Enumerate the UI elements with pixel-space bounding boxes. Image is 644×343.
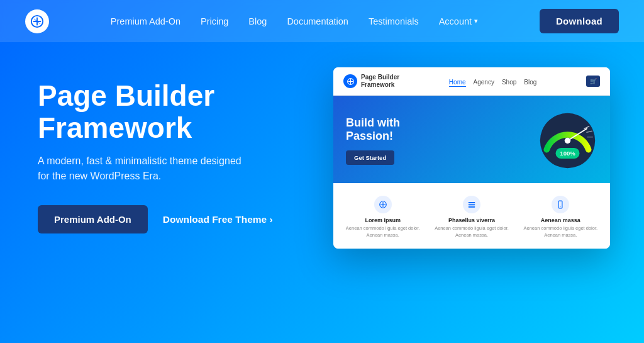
- hero-actions: Premium Add-On Download Free Theme ›: [38, 205, 308, 233]
- logo-icon: [25, 9, 49, 33]
- mockup-nav-shop: Shop: [502, 79, 516, 86]
- premium-addon-button[interactable]: Premium Add-On: [38, 205, 148, 233]
- mockup-get-started-button: Get Started: [346, 150, 394, 165]
- svg-rect-18: [469, 202, 475, 203]
- mockup-nav: Page Builder Framework Home Agency Shop …: [333, 67, 610, 96]
- download-button[interactable]: Download: [540, 9, 619, 33]
- svg-rect-19: [469, 204, 475, 205]
- hero-content: Page Builder Framework A modern, fast & …: [38, 74, 308, 233]
- svg-text:100%: 100%: [560, 150, 575, 157]
- mockup-hero: Build with Passion! Get Started: [333, 96, 610, 183]
- mockup-feature-3: Aenean massa Aenean commodo ligula eget …: [518, 192, 604, 242]
- nav-links: Premium Add-On Pricing Blog Documentatio…: [111, 16, 478, 27]
- mockup-cart-icon: 🛒: [586, 76, 600, 87]
- nav-account[interactable]: Account ▾: [439, 16, 478, 26]
- nav-pricing[interactable]: Pricing: [201, 16, 228, 26]
- svg-point-12: [565, 138, 571, 144]
- main-nav: Premium Add-On Pricing Blog Documentatio…: [0, 0, 644, 42]
- download-free-theme-link[interactable]: Download Free Theme ›: [163, 214, 273, 225]
- chevron-down-icon: ▾: [474, 17, 478, 25]
- hero-section: Page Builder Framework A modern, fast & …: [0, 42, 644, 340]
- svg-rect-21: [558, 201, 562, 208]
- mockup-features: Lorem Ipsum Aenean commodo ligula eget d…: [333, 183, 610, 249]
- nav-blog[interactable]: Blog: [248, 16, 267, 26]
- mockup-feature-2: Phasellus viverra Aenean commodo ligula …: [428, 192, 514, 242]
- mockup-nav-blog: Blog: [524, 79, 536, 86]
- nav-documentation[interactable]: Documentation: [287, 16, 348, 26]
- feature-icon-2: [463, 196, 480, 213]
- svg-point-22: [560, 206, 561, 207]
- mockup-logo: Page Builder Framework: [343, 74, 399, 89]
- mockup-nav-agency: Agency: [474, 79, 494, 86]
- logo[interactable]: [25, 9, 49, 33]
- feature-icon-1: [374, 196, 392, 213]
- mockup-nav-links: Home Agency Shop Blog: [449, 76, 536, 87]
- mockup-container: Page Builder Framework Home Agency Shop …: [333, 67, 610, 249]
- feature-icon-3: [552, 196, 569, 213]
- hero-title: Page Builder Framework: [38, 80, 308, 143]
- hero-subtitle: A modern, fast & minimalistic theme desi…: [38, 154, 252, 184]
- mockup-hero-text: Build with Passion! Get Started: [346, 116, 525, 164]
- nav-premium-addon[interactable]: Premium Add-On: [111, 16, 180, 26]
- mockup-logo-icon: [343, 74, 357, 88]
- svg-rect-20: [469, 206, 475, 208]
- mockup-logo-text: Page Builder Framework: [361, 74, 399, 89]
- mockup-nav-home: Home: [449, 79, 466, 87]
- mockup-feature-1: Lorem Ipsum Aenean commodo ligula eget d…: [340, 192, 426, 242]
- mockup-hero-title: Build with Passion!: [346, 116, 525, 142]
- speedometer: 100%: [538, 111, 597, 171]
- nav-testimonials[interactable]: Testimonials: [369, 16, 419, 26]
- website-mockup: Page Builder Framework Home Agency Shop …: [333, 67, 610, 249]
